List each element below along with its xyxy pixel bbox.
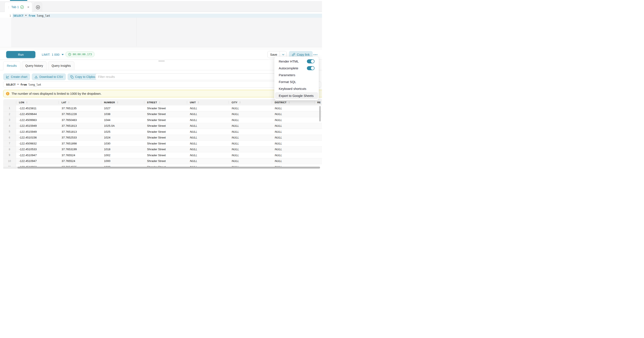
cell-street: Shrader Street	[144, 141, 187, 146]
editor-tab-bar: ⋮ Tab 1 ✕	[0, 1, 322, 12]
table-row[interactable]: 4-122.451594937.76518131025.0AShrader St…	[3, 123, 322, 129]
toggle-switch[interactable]	[307, 66, 314, 70]
cell-lon: -122.4509644	[16, 111, 58, 117]
download-csv-button[interactable]: Download to CSV	[32, 73, 66, 80]
cell-street: Shrader Street	[144, 147, 187, 152]
cell-city: NULL	[229, 158, 272, 164]
table-row[interactable]: 7-122.450983237.76518981030Shrader Stree…	[3, 141, 322, 147]
cell-city: NULL	[229, 105, 272, 111]
sort-icon	[159, 101, 160, 103]
cell-lon: -122.4510156	[16, 135, 58, 141]
menu-item-render-html[interactable]: Render HTML	[274, 58, 319, 65]
table-row[interactable]: 2-122.450964437.76512281038Shrader Stree…	[3, 111, 322, 117]
cell-city: NULL	[229, 135, 272, 141]
cell-number: 1025.0A	[101, 123, 144, 129]
row-number: 10	[3, 158, 16, 164]
cell-number: 1030	[101, 141, 144, 146]
row-number: 8	[3, 147, 16, 152]
cell-lon: -122.4515949	[16, 123, 58, 129]
column-header-city[interactable]: CITY	[229, 99, 272, 105]
menu-item-parameters[interactable]: Parameters	[274, 72, 319, 78]
column-header-street[interactable]: STREET	[144, 99, 187, 105]
column-label: CITY	[232, 101, 238, 104]
toggle-switch[interactable]	[307, 59, 314, 63]
sort-icon	[68, 101, 70, 103]
limit-dropdown[interactable]: LIMIT: 1 000	[42, 51, 64, 58]
run-button[interactable]: Run	[6, 51, 36, 58]
vertical-scrollbar-thumb[interactable]	[319, 106, 321, 121]
column-label: UNIT	[190, 101, 196, 104]
gutter-background	[0, 18, 11, 47]
cell-re	[314, 129, 322, 135]
cell-city: NULL	[229, 123, 272, 129]
cell-city: NULL	[229, 147, 272, 152]
menu-item-format-sql[interactable]: Format SQL	[274, 79, 319, 85]
sort-icon	[239, 101, 240, 103]
table-row[interactable]: 1-122.451581137.76511351027Shrader Stree…	[3, 105, 322, 111]
cell-re	[314, 117, 322, 123]
tab-results[interactable]: Results	[3, 61, 20, 70]
cell-district: NULL	[272, 158, 314, 164]
cell-street: Shrader Street	[144, 111, 187, 117]
editor-empty-area	[0, 18, 322, 47]
create-chart-label: Create chart	[11, 75, 27, 79]
cell-city: NULL	[229, 111, 272, 117]
clock-icon	[68, 53, 71, 56]
limit-value: 1 000	[52, 53, 59, 56]
row-number: 6	[3, 135, 16, 141]
cell-lat: 37.7652533	[58, 135, 101, 141]
row-number: 7	[3, 141, 16, 146]
sql-editor[interactable]: 1 SELECT * from long_lat	[0, 12, 322, 47]
close-tab-icon[interactable]: ✕	[27, 6, 30, 9]
table-row[interactable]: 6-122.451015637.76525331024Shrader Stree…	[3, 135, 322, 141]
column-header-unit[interactable]: UNIT	[187, 99, 229, 105]
menu-item-label: Format SQL	[279, 80, 296, 84]
menu-item-keyboard-shortcuts[interactable]: Keyboard shortcuts	[274, 85, 319, 92]
cell-street: Shrader Street	[144, 158, 187, 164]
limit-label: LIMIT:	[42, 53, 50, 56]
table-row[interactable]: 8-122.451053337.76531991018Shrader Stree…	[3, 147, 322, 152]
table-row[interactable]: 5-122.451594937.76518131025Shrader Stree…	[3, 129, 322, 135]
sort-icon	[26, 101, 28, 103]
cell-number: 1025	[101, 129, 144, 135]
cell-lat: 37.765524	[58, 158, 101, 164]
column-header-lat[interactable]: LAT	[58, 99, 101, 105]
cell-lat: 37.7651135	[58, 105, 101, 111]
column-label: STREET	[147, 101, 157, 104]
cell-district: NULL	[272, 152, 314, 158]
cell-lon: -122.4510947	[16, 152, 58, 158]
table-row[interactable]: 3-122.450998337.76504831044Shrader Stree…	[3, 117, 322, 123]
editor-tab-1[interactable]: ⋮ Tab 1 ✕	[4, 2, 32, 12]
sql-code-line[interactable]: SELECT * from long_lat	[14, 14, 50, 18]
column-header-lon[interactable]: LON	[16, 99, 58, 105]
drag-handle-icon[interactable]: ⋮	[7, 6, 10, 9]
table-row[interactable]: 10-122.451094737.7655241000Shrader Stree…	[3, 158, 322, 164]
row-number: 1	[3, 105, 16, 111]
timer-value: 00:00:00.173	[73, 53, 92, 56]
add-tab-button[interactable]	[34, 2, 42, 12]
tab-query-insights[interactable]: Query Insights	[48, 61, 74, 70]
cell-lon: -122.4509832	[16, 141, 58, 146]
cell-re	[314, 111, 322, 117]
table-row[interactable]: 9-122.451094737.7655241002Shrader Street…	[3, 152, 322, 158]
menu-item-export-to-google-sheets[interactable]: Export to Google Sheets	[275, 92, 318, 99]
cell-street: Shrader Street	[144, 105, 187, 111]
tab-query-history[interactable]: Query history	[22, 61, 47, 70]
horizontal-scrollbar-thumb[interactable]	[18, 167, 320, 168]
cell-district: NULL	[272, 129, 314, 135]
sort-icon	[117, 101, 118, 103]
column-header-number[interactable]: NUMBER	[101, 99, 144, 105]
create-chart-button[interactable]: Create chart	[3, 73, 30, 80]
run-toolbar: Run LIMIT: 1 000 00:00:00.173 Save Copy …	[0, 49, 322, 60]
cell-number: 1038	[101, 111, 144, 117]
cell-number: 1002	[101, 152, 144, 158]
cell-district: NULL	[272, 135, 314, 141]
cell-street: Shrader Street	[144, 123, 187, 129]
cell-lon: -122.4515949	[16, 129, 58, 135]
cell-unit: NULL	[187, 158, 229, 164]
row-number: 9	[3, 152, 16, 158]
row-number: 5	[3, 129, 16, 135]
download-csv-label: Download to CSV	[40, 75, 63, 79]
row-number: 4	[3, 123, 16, 129]
menu-item-autocomplete[interactable]: Autocomplete	[274, 65, 319, 72]
